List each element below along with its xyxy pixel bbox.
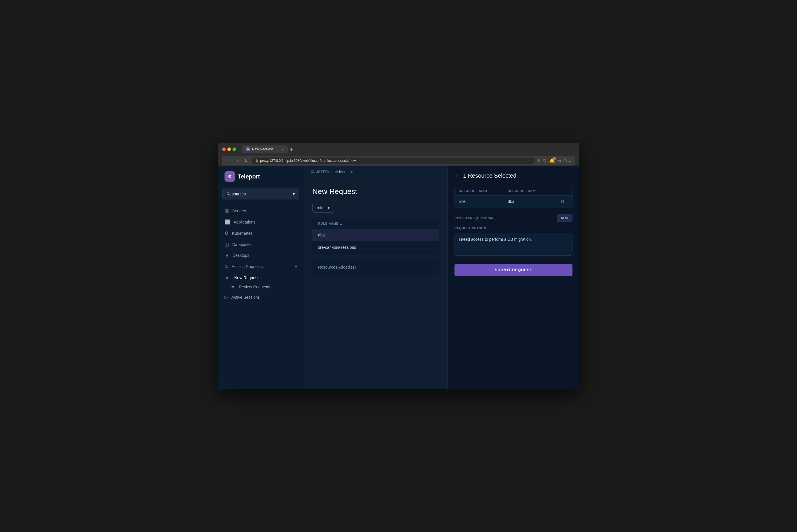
address-bar[interactable]: 🔒 proxy.127.0.0.1.nip.io:3080/web/cluste… — [252, 157, 535, 164]
close-traffic-light[interactable] — [222, 148, 226, 151]
nav-items: ▦ Servers ⬜ Applications ⚙ Kubernetes ◫ … — [218, 205, 304, 384]
sidebar-item-new-request[interactable]: New Request — [218, 273, 304, 282]
cluster-value: zac-local — [332, 170, 347, 174]
reason-textarea[interactable]: I need access to perform a DB migration. — [455, 233, 573, 256]
access-requests-chevron: ▾ — [295, 265, 297, 269]
browser-chrome: ⚙ New Request × + ‹ › ↻ 🔒 proxy.127.0.0.… — [218, 142, 579, 166]
sidebar: ⚙ Teleport Resources ▾ ▦ Servers ⬜ Appli… — [218, 166, 304, 390]
cluster-label: CLUSTER: — [311, 170, 329, 174]
kubernetes-icon: ⚙ — [224, 230, 228, 236]
add-reviewer-button[interactable]: ADD — [557, 214, 573, 222]
resource-table: RESOURCE KIND RESOURCE NAME role dba 🗑 — [455, 186, 573, 207]
panel-header: ← 1 Resource Selected — [455, 172, 573, 179]
applications-icon: ⬜ — [224, 219, 230, 225]
resources-added-section: Resources Added (1) — [312, 260, 439, 275]
role-name-cell: dba — [318, 233, 325, 237]
desktops-icon: 🖥 — [224, 253, 229, 258]
page-content: New Request roles ▾ ROLE NAME ▲ — [304, 178, 447, 390]
sidebar-item-active-sessions[interactable]: ▷ Active Sessions — [218, 291, 304, 303]
forward-nav-button[interactable]: › — [234, 157, 241, 164]
access-requests-label: Access Requests — [232, 264, 263, 269]
address-text: proxy.127.0.0.1.nip.io:3080/web/cluster/… — [260, 159, 356, 163]
active-dot — [226, 277, 228, 279]
table-row[interactable]: dba — [312, 229, 439, 241]
resources-added-title: Resources Added (1) — [318, 265, 356, 269]
back-nav-button[interactable]: ‹ — [226, 157, 232, 164]
resource-name-cell: dba — [508, 199, 557, 204]
roles-filter-chevron: ▾ — [328, 206, 330, 210]
access-requests-icon: ⇅ — [224, 264, 228, 269]
submit-request-button[interactable]: SUBMIT REQUEST — [455, 264, 573, 276]
address-lock-icon: 🔒 — [255, 159, 258, 163]
reason-label: REQUEST REASON — [455, 226, 573, 230]
minimize-traffic-light[interactable] — [227, 148, 231, 151]
filter-bar: roles ▾ — [312, 203, 439, 213]
access-requests-sub-items: New Request ⇄ Review Requests — [218, 272, 304, 291]
browser-titlebar: ⚙ New Request × + — [222, 146, 575, 156]
tab-title: New Request — [252, 147, 273, 151]
panel-title: 1 Resource Selected — [463, 172, 517, 179]
page-title: New Request — [312, 187, 439, 196]
sidebar-item-label-applications: Applications — [234, 220, 256, 224]
sidebar-item-databases[interactable]: ◫ Databases — [218, 239, 304, 250]
badge-count: 1 — [553, 157, 556, 160]
browser-toolbar: ‹ › ↻ 🔒 proxy.127.0.0.1.nip.io:3080/web/… — [222, 156, 575, 166]
delete-resource-button[interactable]: 🗑 — [557, 199, 568, 204]
sidebar-item-label-desktops: Desktops — [233, 253, 249, 258]
resources-dropdown-label: Resources — [226, 192, 246, 196]
sidebar-item-servers[interactable]: ▦ Servers — [218, 205, 304, 216]
extensions-icon[interactable]: ⬡ — [563, 158, 567, 163]
sort-icon[interactable]: ▲ — [340, 222, 342, 225]
sidebar-item-applications[interactable]: ⬜ Applications — [218, 216, 304, 228]
sidebar-logo: ⚙ Teleport — [218, 171, 304, 189]
panel-back-button[interactable]: ← — [455, 173, 460, 179]
table-header: ROLE NAME ▲ — [312, 218, 439, 229]
role-name-col-header: ROLE NAME ▲ — [318, 222, 433, 225]
reviewers-section: REVIEWERS (OPTIONAL) ADD — [455, 214, 573, 222]
table-row[interactable]: sre-can-join-sessions — [312, 241, 439, 254]
resource-table-header: RESOURCE KIND RESOURCE NAME — [455, 186, 572, 196]
roles-table: ROLE NAME ▲ dba sre-can-join-sessions — [312, 218, 439, 254]
sidebar-item-label-servers: Servers — [232, 209, 246, 213]
maximize-traffic-light[interactable] — [233, 148, 236, 151]
cluster-chevron[interactable]: ▾ — [351, 170, 353, 174]
roles-filter-label: roles — [317, 206, 325, 210]
sidebar-item-label-kubernetes: Kubernetes — [232, 231, 253, 235]
shield-icon[interactable]: 🛡 — [543, 158, 547, 163]
browser-tab-active[interactable]: ⚙ New Request × — [242, 146, 288, 153]
servers-icon: ▦ — [224, 208, 229, 213]
resources-dropdown[interactable]: Resources ▾ — [222, 189, 299, 200]
browser-tabs: ⚙ New Request × + — [242, 146, 575, 153]
sidebar-toggle-icon[interactable]: ▭ — [557, 158, 561, 163]
reload-nav-button[interactable]: ↻ — [243, 157, 249, 164]
new-tab-button[interactable]: + — [288, 147, 295, 153]
reviewers-label: REVIEWERS (OPTIONAL) — [455, 216, 496, 220]
active-sessions-icon: ▷ — [224, 294, 228, 300]
sidebar-item-access-requests[interactable]: ⇅ Access Requests ▾ — [218, 261, 304, 272]
resource-row: role dba 🗑 — [455, 196, 572, 207]
tab-close-button[interactable]: × — [282, 148, 284, 151]
notification-icon[interactable]: 🔔 1 — [549, 158, 555, 164]
traffic-lights — [222, 148, 236, 151]
review-icon: ⇄ — [231, 285, 234, 289]
roles-filter-dropdown[interactable]: roles ▾ — [312, 203, 334, 213]
browser-window: ⚙ New Request × + ‹ › ↻ 🔒 proxy.127.0.0.… — [218, 142, 579, 390]
databases-icon: ◫ — [224, 242, 229, 247]
toolbar-right: ⬆ 🛡 🔔 1 ▭ ⬡ ≡ — [537, 158, 571, 164]
access-requests-header: ⇅ Access Requests ▾ — [224, 264, 297, 269]
role-name-cell: sre-can-join-sessions — [318, 245, 356, 250]
sidebar-item-label-databases: Databases — [232, 242, 252, 247]
menu-icon[interactable]: ≡ — [569, 158, 571, 163]
sidebar-item-review-requests[interactable]: ⇄ Review Requests — [218, 282, 304, 291]
resources-dropdown-chevron: ▾ — [293, 192, 295, 196]
sidebar-item-kubernetes[interactable]: ⚙ Kubernetes — [218, 228, 304, 239]
main-content: CLUSTER: zac-local ▾ New Request roles ▾… — [304, 166, 447, 390]
resource-kind-cell: role — [459, 199, 508, 204]
sidebar-item-desktops[interactable]: 🖥 Desktops — [218, 250, 304, 261]
resource-name-col-header: RESOURCE NAME — [508, 189, 557, 192]
new-request-label: New Request — [234, 276, 258, 280]
share-icon[interactable]: ⬆ — [537, 158, 541, 163]
logo-text: Teleport — [238, 173, 260, 180]
sidebar-item-label-active-sessions: Active Sessions — [231, 295, 260, 300]
right-panel: ← 1 Resource Selected RESOURCE KIND RESO… — [447, 166, 579, 390]
